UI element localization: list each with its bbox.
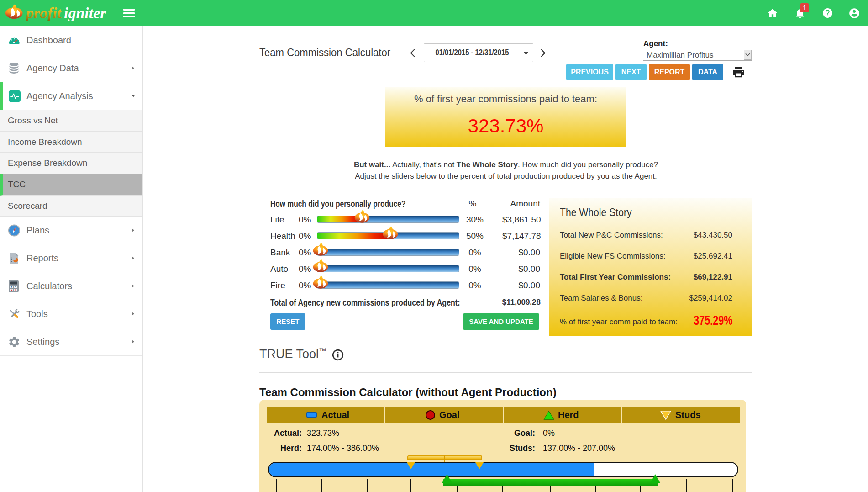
svg-text:igniter: igniter bbox=[64, 5, 106, 21]
svg-text:profit: profit bbox=[25, 5, 62, 21]
